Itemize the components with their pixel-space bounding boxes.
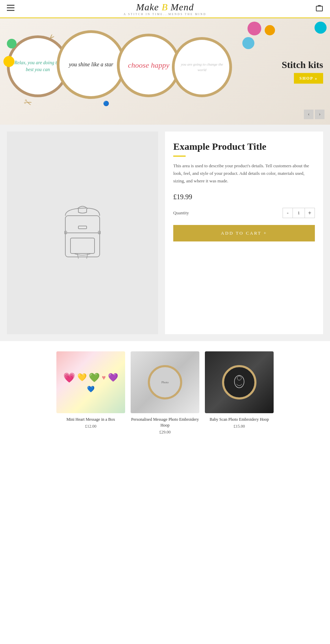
related-products-grid: 💗 💛 💚 ♥ 💜 💙 Mini Heart Message in a Box … — [7, 351, 323, 435]
related-product-1[interactable]: 💗 💛 💚 ♥ 💜 💙 Mini Heart Message in a Box … — [56, 351, 125, 435]
related-product-3[interactable]: Baby Scan Photo Embroidery Hoop £15.00 — [205, 351, 274, 435]
card-2-hoop: Photo — [148, 365, 182, 399]
hoop-4-text: you are going to change the world — [175, 58, 229, 76]
product-card-3-price: £15.00 — [205, 424, 274, 429]
hero-navigation: ‹ › — [304, 110, 324, 119]
svg-rect-0 — [7, 5, 14, 6]
product-price: £19.99 — [173, 193, 315, 201]
hero-next-button[interactable]: › — [315, 110, 324, 119]
svg-rect-1 — [7, 8, 14, 9]
svg-line-8 — [77, 253, 78, 259]
related-product-2[interactable]: Photo Personalised Message Photo Embroid… — [131, 351, 199, 435]
quantity-decrease-button[interactable]: - — [283, 208, 293, 218]
cart-icon[interactable] — [316, 4, 323, 13]
product-image — [7, 132, 158, 334]
bottom-spacer — [0, 445, 330, 459]
product-info: Example Product Title This area is used … — [165, 132, 323, 334]
add-to-cart-button[interactable]: ADD TO CART + — [173, 225, 315, 241]
hoop-4: you are going to change the world — [172, 37, 232, 97]
menu-icon[interactable] — [7, 5, 14, 13]
hero-banner: ✂ ✂ 🔵 Relax, you are doing the best you … — [0, 18, 330, 125]
quantity-row: Quantity - 1 + — [173, 208, 315, 218]
svg-rect-6 — [78, 226, 87, 229]
hoop-3: choose happy — [117, 34, 180, 97]
product-description: This area is used to describe your produ… — [173, 162, 315, 185]
quantity-controls: - 1 + — [283, 208, 315, 218]
svg-point-12 — [234, 375, 244, 388]
logo-tagline: A STITCH IN TIME...MENDS THE MIND — [124, 13, 207, 16]
product-card-2-title: Personalised Message Photo Embroidery Ho… — [131, 417, 199, 428]
product-card-2-price: £29.00 — [131, 430, 199, 435]
product-card-1-title: Mini Heart Message in a Box — [56, 417, 125, 422]
backpack-illustration — [48, 195, 117, 271]
site-header: Make B Mend A STITCH IN TIME...MENDS THE… — [0, 0, 330, 18]
related-products-section: 💗 💛 💚 ♥ 💜 💙 Mini Heart Message in a Box … — [0, 341, 330, 445]
product-card-1-price: £12.00 — [56, 424, 125, 429]
card-3-hoop — [222, 365, 256, 399]
svg-line-9 — [87, 253, 88, 259]
hoop-2-text: you shine like a star — [66, 57, 117, 72]
svg-rect-3 — [316, 6, 322, 11]
quantity-label: Quantity — [173, 210, 189, 216]
svg-rect-5 — [70, 238, 95, 253]
hoop-2: you shine like a star — [57, 30, 125, 99]
product-card-2-image: Photo — [131, 351, 199, 413]
stitch-kits-label: Stitch kits — [282, 59, 323, 70]
site-logo[interactable]: Make B Mend A STITCH IN TIME...MENDS THE… — [124, 2, 207, 16]
product-card-3-title: Baby Scan Photo Embroidery Hoop — [205, 417, 274, 422]
hero-prev-button[interactable]: ‹ — [304, 110, 314, 119]
quantity-value: 1 — [293, 208, 305, 218]
product-section: Example Product Title This area is used … — [0, 125, 330, 341]
hoop-3-text: choose happy — [124, 57, 173, 74]
logo-text: Make B Mend — [124, 2, 207, 13]
shop-button[interactable]: SHOP » — [294, 73, 323, 84]
product-card-3-image — [205, 351, 274, 413]
product-title: Example Product Title — [173, 141, 315, 152]
hero-cta: Stitch kits SHOP » — [282, 59, 323, 84]
product-card-1-image: 💗 💛 💚 ♥ 💜 💙 — [56, 351, 125, 413]
product-title-divider — [173, 156, 186, 157]
quantity-increase-button[interactable]: + — [305, 208, 315, 218]
svg-point-13 — [237, 376, 241, 380]
svg-rect-2 — [7, 10, 14, 11]
